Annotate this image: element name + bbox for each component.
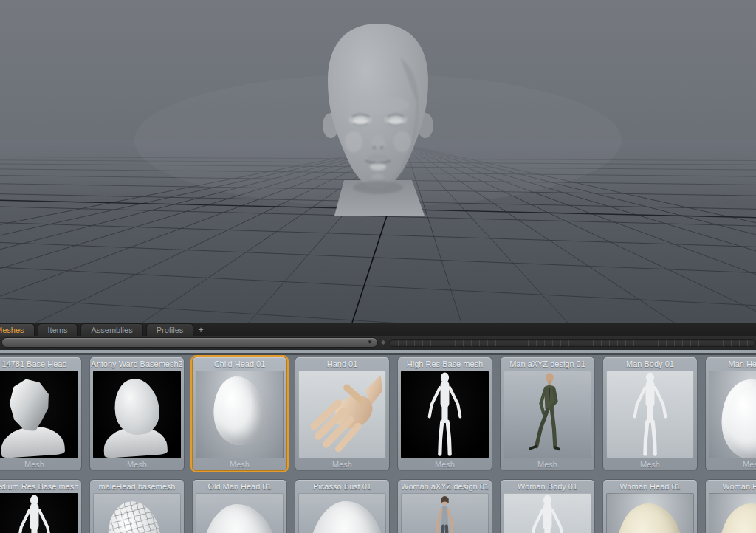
preset-thumbnail (606, 371, 694, 458)
woman-figure (401, 493, 489, 533)
tab-assemblies[interactable]: Assemblies (80, 323, 142, 336)
preset-card[interactable]: Woman Head 01Mesh (602, 479, 698, 533)
preset-name: Man Body 01 (603, 357, 697, 371)
preset-thumbnail (709, 371, 756, 458)
child-head (209, 374, 268, 448)
tab-meshes[interactable]: Meshes (0, 323, 35, 336)
preset-name: Child Head 01 (193, 357, 286, 371)
browser-toolbar: ▼ ◆ (0, 336, 756, 350)
cream-head (716, 501, 756, 533)
preset-type-label: Mesh (603, 458, 697, 471)
preset-card[interactable]: Picasso Bust 01Mesh (295, 479, 390, 533)
browser-top-seam (0, 353, 756, 355)
preset-thumbnail (401, 493, 489, 533)
preset-thumbnail (93, 371, 181, 458)
preset-name: Man Head 01 (706, 357, 756, 371)
preset-card[interactable]: Medium Res Base meshMesh (0, 479, 82, 533)
preset-name: Old Man Head 01 (193, 480, 286, 493)
preset-card[interactable]: Hand 01Mesh (295, 357, 390, 471)
preset-name: Woman aXYZ design 01 (398, 480, 492, 493)
preset-type-label: Mesh (706, 458, 756, 471)
preset-thumbnail (298, 371, 386, 458)
preset-card[interactable]: Man Head 01Mesh (705, 357, 756, 471)
preset-row: 14781 Base HeadMeshAntony Ward Basemesh2… (0, 357, 756, 471)
preset-thumbnail (606, 493, 694, 533)
add-tab-button[interactable]: + (196, 325, 206, 336)
preset-type-label: Mesh (501, 458, 594, 471)
mannequin-figure (0, 493, 78, 533)
3d-viewport[interactable] (0, 0, 756, 323)
preset-card[interactable]: maleHead basemeshMesh (89, 479, 185, 533)
preset-thumbnail (196, 371, 284, 458)
preset-thumbnail (401, 371, 489, 458)
preset-thumbnail (298, 493, 386, 533)
preset-thumbnail (709, 493, 756, 533)
preset-thumbnail (196, 493, 284, 533)
diamond-icon: ◆ (381, 340, 385, 345)
lowpoly-head (5, 376, 55, 433)
mannequin-figure (606, 371, 694, 458)
preset-type-label: Mesh (0, 458, 81, 471)
wireframe-head (103, 498, 165, 533)
preset-name: maleHead basemesh (90, 480, 184, 493)
tab-items[interactable]: Items (38, 323, 78, 336)
preset-card[interactable]: Old Man Head 01Mesh (192, 479, 287, 533)
preset-card[interactable]: Man aXYZ design 01Mesh (500, 357, 595, 471)
preset-thumbnail (504, 371, 591, 458)
smooth-head (110, 376, 162, 439)
preset-name: Woman Head 01 (603, 480, 697, 493)
cream-head (614, 501, 686, 533)
preset-name: Man aXYZ design 01 (501, 357, 594, 371)
preset-card[interactable]: Woman Body 01Mesh (500, 479, 595, 533)
preset-browser[interactable]: 14781 Base HeadMeshAntony Ward Basemesh2… (0, 350, 756, 533)
preset-name: Hand 01 (295, 357, 389, 371)
preset-filter-dropdown[interactable]: ▼ (1, 337, 378, 348)
preset-card[interactable]: 14781 Base HeadMesh (0, 357, 82, 471)
picasso-bust (306, 498, 386, 533)
preset-name: High Res Base mesh (398, 357, 492, 371)
preset-thumbnail (0, 493, 78, 533)
chevron-down-icon: ▼ (367, 340, 373, 345)
preset-card[interactable]: Man Body 01Mesh (602, 357, 698, 471)
preset-name: Picasso Bust 01 (295, 480, 389, 493)
preset-name: 14781 Base Head (0, 357, 81, 371)
preset-type-label: Mesh (90, 458, 184, 471)
hand-model (298, 371, 386, 458)
preset-card[interactable]: Woman Head 02Mesh (705, 479, 756, 533)
thumbnail-size-scrollbar[interactable] (389, 339, 756, 347)
mannequin-figure (401, 371, 489, 458)
preset-thumbnail (504, 493, 591, 533)
preset-card[interactable]: Antony Ward Basemesh2Mesh (89, 357, 185, 471)
white-head (716, 376, 756, 458)
tab-profiles[interactable]: Profiles (146, 323, 194, 336)
application-window: Meshes Items Assemblies Profiles + ▼ ◆ 1… (0, 0, 756, 533)
preset-name: Medium Res Base mesh (0, 480, 81, 493)
viewport-render (0, 0, 756, 323)
suited-man-figure (504, 371, 591, 458)
preset-browser-tabbar: Meshes Items Assemblies Profiles + (0, 323, 756, 336)
preset-card[interactable]: Woman aXYZ design 01Mesh (397, 479, 492, 533)
preset-card[interactable]: High Res Base meshMesh (397, 357, 492, 471)
preset-row: Medium Res Base meshMeshmaleHead basemes… (0, 479, 756, 533)
preset-type-label: Mesh (398, 458, 492, 471)
preset-thumbnail (0, 371, 78, 458)
preset-card[interactable]: Child Head 01Mesh (192, 357, 287, 471)
preset-name: Woman Body 01 (501, 480, 594, 493)
preset-type-label: Mesh (295, 458, 389, 471)
preset-name: Woman Head 02 (706, 480, 756, 493)
preset-name: Antony Ward Basemesh2 (90, 357, 184, 371)
mannequin-figure (504, 493, 591, 533)
preset-type-label: Mesh (193, 458, 286, 471)
preset-thumbnail (93, 493, 181, 533)
old-man-bust (202, 504, 279, 533)
